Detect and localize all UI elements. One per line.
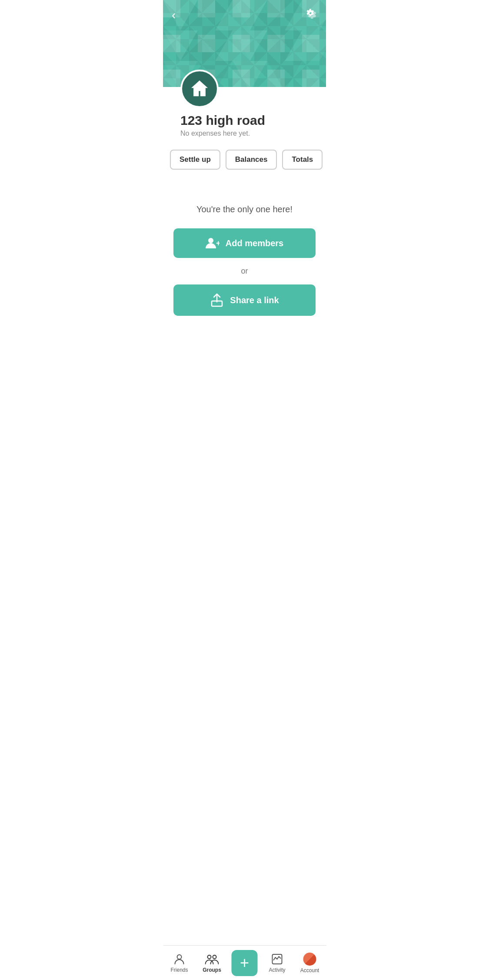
svg-text:+: + [216,239,220,248]
balances-button[interactable]: Balances [226,150,277,170]
profile-section: 123 high road No expenses here yet. [163,70,326,137]
share-link-button[interactable]: Share a link [173,284,316,316]
main-content: You're the only one here! + Add members … [163,178,326,333]
settle-up-button[interactable]: Settle up [170,150,220,170]
back-button[interactable]: ‹ [172,9,176,21]
share-link-label: Share a link [230,295,279,305]
settings-button[interactable] [304,7,317,23]
empty-state-message: You're the only one here! [196,204,293,214]
svg-point-25 [208,238,213,243]
add-members-button[interactable]: + Add members [173,228,316,258]
totals-button[interactable]: Totals [282,150,323,170]
action-buttons-row: Settle up Balances Totals C [163,137,326,178]
group-name: 123 high road [173,113,316,128]
group-avatar [180,70,219,108]
header-nav: ‹ [163,0,326,30]
or-divider: or [241,267,248,276]
add-members-label: Add members [226,238,283,248]
group-subtitle: No expenses here yet. [173,130,316,137]
